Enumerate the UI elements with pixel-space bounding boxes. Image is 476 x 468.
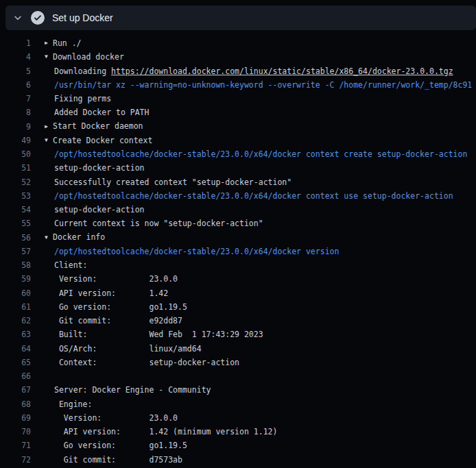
log-text: Successfully created context "setup-dock…: [54, 177, 291, 187]
line-number[interactable]: 64: [0, 342, 31, 356]
chevron-down-icon[interactable]: [12, 12, 23, 23]
line-number[interactable]: 49: [0, 134, 31, 147]
log-line: 56▼Docker info: [0, 231, 476, 245]
log-text: Go version: go1.19.5: [54, 441, 187, 450]
log-line: 51setup-docker-action: [0, 161, 476, 175]
line-number[interactable]: 1: [0, 36, 31, 50]
line-number[interactable]: 62: [0, 314, 31, 328]
line-number[interactable]: 68: [0, 397, 31, 411]
log-line: 8Added Docker to PATH: [0, 106, 476, 119]
log-line: 52Successfully created context "setup-do…: [0, 175, 476, 189]
log-text: API version: 1.42: [54, 288, 168, 298]
log-line: 60 API version: 1.42: [0, 286, 476, 300]
group-expanded-icon[interactable]: ▼: [45, 134, 53, 147]
line-number[interactable]: 8: [0, 106, 31, 119]
line-number[interactable]: 59: [0, 272, 31, 286]
log-link[interactable]: https://download.docker.com/linux/static…: [111, 66, 453, 76]
log-line-content: Downloading https://download.docker.com/…: [45, 64, 453, 78]
log-line: 57/opt/hostedtoolcache/docker-stable/23.…: [0, 245, 476, 258]
group-collapsed-icon[interactable]: ▶: [45, 120, 53, 134]
log-line-content: Engine:: [45, 397, 92, 411]
line-number[interactable]: 52: [0, 175, 31, 189]
log-line-content: /opt/hostedtoolcache/docker-stable/23.0.…: [45, 147, 467, 161]
log-line: 58Client:: [0, 258, 476, 272]
log-text: Engine:: [54, 399, 92, 409]
log-line: 69 Version: 23.0.0: [0, 411, 476, 425]
check-circle-icon: [31, 11, 45, 25]
line-number[interactable]: 60: [0, 286, 31, 300]
log-line: 63 Built: Wed Feb 1 17:43:29 2023: [0, 328, 476, 341]
log-line: 49▼Create Docker context: [0, 134, 476, 147]
line-number[interactable]: 53: [0, 189, 31, 203]
line-number[interactable]: 51: [0, 161, 31, 175]
step-header[interactable]: Set up Docker: [5, 5, 476, 30]
log-line: 67Server: Docker Engine - Community: [0, 383, 476, 397]
log-text: Context: setup-docker-action: [54, 358, 239, 367]
log-text: OS/Arch: linux/amd64: [54, 344, 202, 354]
log-line-content: Context: setup-docker-action: [45, 356, 239, 369]
line-number[interactable]: 66: [0, 369, 31, 383]
group-label: Run ./: [53, 38, 82, 48]
log-line-content: Server: Docker Engine - Community: [45, 383, 211, 397]
log-command-text: /usr/bin/tar xz --warning=no-unknown-key…: [54, 80, 472, 90]
line-number[interactable]: 70: [0, 425, 31, 439]
log-text: Version: 23.0.0: [54, 413, 178, 423]
log-text: Go version: go1.19.5: [54, 302, 187, 312]
group-collapsed-icon[interactable]: ▶: [45, 36, 53, 50]
log-command-text: /opt/hostedtoolcache/docker-stable/23.0.…: [54, 149, 467, 159]
line-number[interactable]: 61: [0, 300, 31, 314]
log-group-row[interactable]: ▶Start Docker daemon: [45, 119, 143, 134]
line-number[interactable]: 7: [0, 92, 31, 106]
log-line-content: Client:: [45, 258, 87, 272]
log-text: API version: 1.42 (minimum version 1.12): [54, 427, 277, 436]
log-line: 64 OS/Arch: linux/amd64: [0, 342, 476, 356]
line-number[interactable]: 9: [0, 120, 31, 134]
group-label: Start Docker daemon: [53, 121, 143, 131]
log-text: Git commit: d7573ab: [54, 455, 182, 465]
line-number[interactable]: 72: [0, 453, 31, 467]
log-group-row[interactable]: ▼Download docker: [45, 50, 124, 64]
log-line-content: setup-docker-action: [45, 161, 145, 175]
log-text: Added Docker to PATH: [54, 108, 149, 117]
log-line-content: /usr/bin/tar xz --warning=no-unknown-key…: [45, 78, 472, 92]
log-text: Built: Wed Feb 1 17:43:29 2023: [54, 330, 263, 339]
log-line: 66: [0, 369, 476, 383]
log-text: setup-docker-action: [54, 205, 145, 214]
log-line: 1▶Run ./: [0, 36, 476, 50]
log-line-content: Git commit: e92dd87: [45, 314, 182, 328]
log-line: 9▶Start Docker daemon: [0, 120, 476, 134]
log-line: 70 API version: 1.42 (minimum version 1.…: [0, 425, 476, 439]
line-number[interactable]: 58: [0, 258, 31, 272]
line-number[interactable]: 6: [0, 78, 31, 92]
line-number[interactable]: 65: [0, 356, 31, 369]
log-line-content: API version: 1.42: [45, 286, 168, 300]
log-group-row[interactable]: ▼Docker info: [45, 230, 105, 245]
log-group-row[interactable]: ▶Run ./: [45, 36, 82, 51]
log-text: Downloading: [54, 66, 111, 76]
line-number[interactable]: 50: [0, 147, 31, 161]
line-number[interactable]: 71: [0, 439, 31, 452]
log-line: 50/opt/hostedtoolcache/docker-stable/23.…: [0, 147, 476, 161]
log-line: 68 Engine:: [0, 397, 476, 411]
line-number[interactable]: 69: [0, 411, 31, 425]
log-line: 54setup-docker-action: [0, 203, 476, 217]
line-number[interactable]: 63: [0, 328, 31, 341]
group-expanded-icon[interactable]: ▼: [45, 231, 53, 245]
group-expanded-icon[interactable]: ▼: [45, 50, 53, 64]
line-number[interactable]: 5: [0, 64, 31, 78]
log-text: setup-docker-action: [54, 163, 145, 173]
log-line-content: Go version: go1.19.5: [45, 300, 187, 314]
line-number[interactable]: 67: [0, 383, 31, 397]
log-line: 62 Git commit: e92dd87: [0, 314, 476, 328]
line-number[interactable]: 55: [0, 217, 31, 230]
log-line: 7Fixing perms: [0, 92, 476, 106]
line-number[interactable]: 57: [0, 245, 31, 258]
log-group-row[interactable]: ▼Create Docker context: [45, 134, 152, 148]
log-text: Client:: [54, 260, 87, 270]
log-text: Fixing perms: [54, 94, 111, 103]
line-number[interactable]: 56: [0, 231, 31, 245]
line-number[interactable]: 54: [0, 203, 31, 217]
log-line-content: Version: 23.0.0: [45, 411, 178, 425]
log-line-content: setup-docker-action: [45, 203, 145, 217]
line-number[interactable]: 4: [0, 50, 31, 64]
